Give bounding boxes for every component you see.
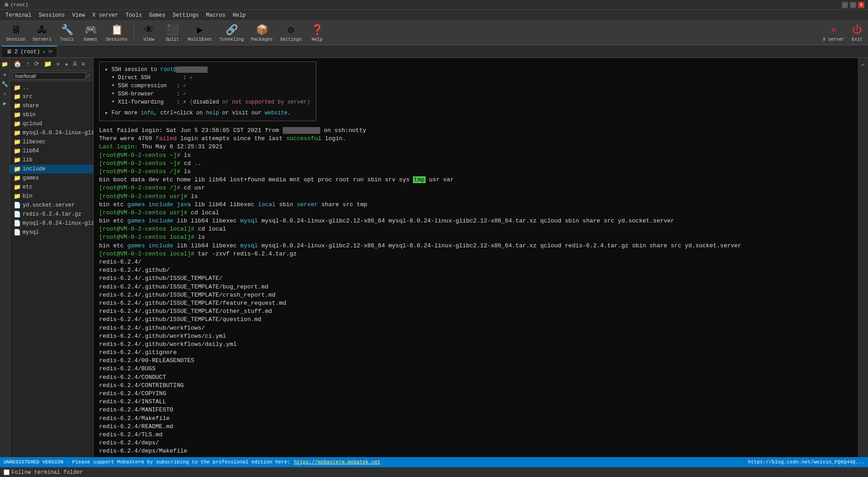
toolbar-tunneling[interactable]: 🔗 Tunneling bbox=[217, 23, 247, 43]
term-line: Last login: Thu May 6 12:25:31 2021 bbox=[99, 143, 853, 151]
toolbar-session[interactable]: 🖥 Session bbox=[4, 23, 28, 43]
left-tab-strip[interactable]: ► bbox=[0, 99, 9, 109]
toolbar-help[interactable]: ❓ Help bbox=[306, 23, 328, 43]
folder-icon: 📁 bbox=[14, 129, 21, 137]
menu-help[interactable]: Help bbox=[229, 11, 250, 19]
tree-item-parent[interactable]: 📁 .. bbox=[10, 83, 93, 92]
file-icon: 📄 bbox=[14, 211, 21, 218]
maximize-button[interactable]: □ bbox=[850, 2, 856, 8]
tree-item-sbin[interactable]: 📁 sbin bbox=[10, 110, 93, 119]
toolbar-settings[interactable]: ⚙ Settings bbox=[277, 23, 304, 43]
tree-item-share[interactable]: 📁 share bbox=[10, 101, 93, 110]
ssh-line-footer: ▸ For more info, ctrl+click on help or v… bbox=[105, 109, 310, 117]
close-button[interactable]: ✕ bbox=[858, 2, 864, 8]
left-tab-tools[interactable]: 🔧 bbox=[0, 80, 9, 89]
sidebar-tool-home[interactable]: 🏠 bbox=[12, 59, 23, 69]
toolbar-servers[interactable]: 🖧 Servers bbox=[30, 23, 54, 43]
sidebar-tool-hidden[interactable]: ≡ bbox=[80, 60, 87, 69]
tab-1[interactable]: 🖥 2 (root) ✕ ⟳ bbox=[2, 46, 57, 57]
menu-bar: Terminal Sessions View X server Tools Ga… bbox=[0, 10, 868, 21]
term-line: redis-6.2.4/CONTRIBUTING bbox=[99, 382, 853, 390]
menu-games[interactable]: Games bbox=[146, 11, 169, 19]
menu-xserver[interactable]: X server bbox=[89, 11, 122, 19]
toolbar-sessions[interactable]: 📋 Sessions bbox=[103, 23, 130, 43]
toolbar-tools[interactable]: 🔧 Tools bbox=[56, 23, 78, 43]
toolbar-split-label: Split bbox=[166, 37, 179, 42]
tree-item-qcloud[interactable]: 📁 qcloud bbox=[10, 119, 93, 128]
tree-item-games[interactable]: 📁 games bbox=[10, 174, 93, 183]
title-bar-left: 🖥 (root) bbox=[4, 2, 28, 8]
exit-button[interactable]: ⏻ Exit bbox=[850, 22, 864, 44]
xserver-label: X server bbox=[823, 37, 844, 42]
tree-item-lib64[interactable]: 📁 lib64 bbox=[10, 146, 93, 156]
term-line: redis-6.2.4/COPYING bbox=[99, 390, 853, 398]
sidebar-tool-new-folder[interactable]: 📁 bbox=[42, 59, 53, 69]
menu-view[interactable]: View bbox=[68, 11, 89, 19]
term-line: redis-6.2.4/INSTALL bbox=[99, 398, 853, 406]
term-line: bin etc games include java lib lib64 lib… bbox=[99, 201, 853, 209]
left-tab-macros[interactable]: ⚡ bbox=[0, 90, 9, 99]
tree-item-mysql[interactable]: 📄 mysql bbox=[10, 228, 93, 237]
tree-item-yd-socket[interactable]: 📄 yd.socket.server bbox=[10, 201, 93, 210]
path-confirm-icon[interactable]: ✓ bbox=[87, 72, 90, 80]
tree-item-bin[interactable]: 📁 bin bbox=[10, 192, 93, 201]
left-tab-sftp[interactable]: ★ bbox=[0, 70, 9, 79]
left-tab-sessions[interactable]: 📁 bbox=[0, 60, 9, 69]
status-right: https://blog.csdn.net/woivin_FQ6Q44Q... bbox=[748, 459, 864, 465]
tree-item-redis-tar[interactable]: 📄 redis-6.2.4.tar.gz bbox=[10, 210, 93, 219]
tab-refresh-button[interactable]: ⟳ bbox=[48, 49, 52, 55]
tree-item-src[interactable]: 📁 src bbox=[10, 92, 93, 101]
path-input[interactable] bbox=[13, 72, 86, 80]
tree-item-etc[interactable]: 📁 etc bbox=[10, 183, 93, 192]
tunneling-icon: 🔗 bbox=[226, 24, 238, 36]
terminal-area[interactable]: ▸ SSH session to root@■■■■ • Direct SSH … bbox=[94, 58, 858, 457]
ssh-line-2: • SSH compression : ✓ bbox=[105, 82, 310, 90]
xserver-icon: ✕ bbox=[830, 24, 836, 36]
status-link[interactable]: https://mobaxterm.mobatek.net bbox=[294, 459, 380, 465]
left-tabs: 📁 ★ 🔧 ⚡ ► bbox=[0, 58, 10, 457]
term-line: redis-6.2.4/deps/Makefile bbox=[99, 447, 853, 455]
sidebar-tool-filter[interactable]: A bbox=[71, 60, 78, 69]
tab-close-button[interactable]: ✕ bbox=[43, 49, 46, 55]
tree-item-libexec[interactable]: 📁 libexec bbox=[10, 137, 93, 146]
toolbar-packages[interactable]: 📦 Packages bbox=[248, 23, 275, 43]
tree-item-mysql-folder[interactable]: 📁 mysql-8.0.24-linux-glibc2.12-... bbox=[10, 128, 93, 137]
tree-label-include: include bbox=[23, 166, 45, 172]
menu-macros[interactable]: Macros bbox=[202, 11, 229, 19]
sidebar-tool-delete[interactable]: ✕ bbox=[54, 59, 62, 69]
minimize-button[interactable]: − bbox=[842, 2, 848, 8]
follow-terminal-checkbox[interactable] bbox=[4, 469, 9, 475]
toolbar-view-label: View bbox=[143, 37, 154, 42]
toolbar-multiexec[interactable]: ▶ MultiExec bbox=[185, 23, 215, 43]
term-line: bin etc games include lib lib64 libexec … bbox=[99, 217, 853, 225]
term-line: [root@VM-0-2-centos /]# ls bbox=[99, 168, 853, 176]
tree-label: share bbox=[23, 103, 39, 109]
tree-item-include[interactable]: 📁 include bbox=[10, 165, 93, 174]
menu-sessions[interactable]: Sessions bbox=[35, 11, 69, 19]
status-url: https://blog.csdn.net/woivin_FQ6Q44Q... bbox=[748, 459, 864, 465]
sidebar-tool-up[interactable]: ↑ bbox=[24, 60, 31, 69]
sidebar-tool-bookmark[interactable]: ★ bbox=[63, 59, 70, 69]
xserver-button[interactable]: ✕ X server bbox=[821, 22, 846, 44]
term-line: [root@VM-0-2-centos /]# cd usr bbox=[99, 184, 853, 192]
tree-item-mysql-file[interactable]: 📄 mysql-8.0.24-linux-glibc2.12-... bbox=[10, 219, 93, 228]
packages-icon: 📦 bbox=[256, 24, 268, 36]
toolbar-servers-label: Servers bbox=[33, 37, 52, 42]
menu-tools[interactable]: Tools bbox=[122, 11, 146, 19]
menu-terminal[interactable]: Terminal bbox=[2, 11, 35, 19]
follow-terminal-label[interactable]: Follow terminal folder bbox=[11, 469, 83, 476]
term-line: redis-6.2.4/deps/ bbox=[99, 439, 853, 447]
toolbar-view[interactable]: 👁 View bbox=[138, 23, 160, 43]
term-line: redis-6.2.4/TLS.md bbox=[99, 431, 853, 439]
toolbar-split[interactable]: ⬛ Split bbox=[161, 23, 183, 43]
term-line: redis-6.2.4/.github/ISSUE_TEMPLATE/featu… bbox=[99, 299, 853, 307]
tree-item-lib[interactable]: 📁 lib bbox=[10, 156, 93, 165]
file-icon: 📄 bbox=[14, 202, 21, 209]
term-line: [root@VM-0-2-centos usr]# ls bbox=[99, 193, 853, 201]
menu-settings[interactable]: Settings bbox=[169, 11, 203, 19]
tree-label: qcloud bbox=[23, 121, 42, 127]
toolbar-games[interactable]: 🎮 Games bbox=[80, 23, 101, 43]
right-tab-edit[interactable]: ✏ bbox=[859, 60, 868, 69]
term-line: redis-6.2.4/README.md bbox=[99, 423, 853, 431]
sidebar-tool-refresh[interactable]: ⟳ bbox=[32, 59, 41, 69]
